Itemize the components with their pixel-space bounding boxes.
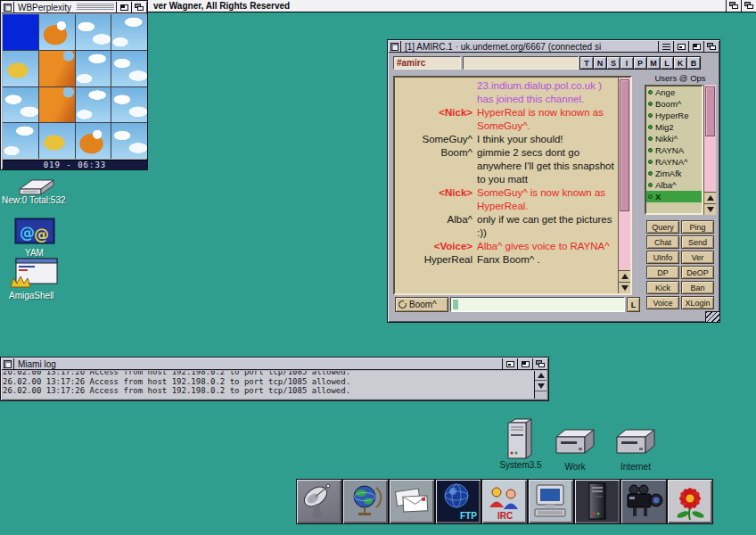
window-depth-gadget[interactable] <box>532 358 547 369</box>
uinfo-button[interactable]: UInfo <box>646 251 679 264</box>
dock-item-mail[interactable] <box>389 479 435 524</box>
chat-scrollbar[interactable] <box>618 78 630 293</box>
dock-item-satellite[interactable] <box>296 479 342 524</box>
window-snapshot-gadget[interactable] <box>658 41 673 52</box>
yam-icon[interactable]: @ @ <box>14 216 55 250</box>
scroll-up-button[interactable] <box>704 192 716 203</box>
scroll-down-button[interactable] <box>535 382 546 391</box>
dock-item-tower[interactable] <box>574 479 620 524</box>
window-resize-gadget[interactable] <box>705 311 719 322</box>
dock-item-flower[interactable] <box>667 479 713 524</box>
puzzle-tile[interactable] <box>76 51 111 86</box>
puzzle-tile[interactable] <box>111 123 147 159</box>
ping-button[interactable]: Ping <box>681 220 714 234</box>
window-depth-gadget[interactable] <box>131 2 146 12</box>
mode-button-i[interactable]: I <box>620 56 634 70</box>
kick-button[interactable]: Kick <box>646 281 679 294</box>
chat-button[interactable]: Chat <box>646 235 679 249</box>
window-zoom-gadget[interactable] <box>116 2 131 12</box>
icon-system35[interactable] <box>505 417 537 464</box>
mode-button-n[interactable]: N <box>593 56 607 70</box>
dock-item-irc[interactable]: IRC <box>481 479 528 524</box>
user-list-item[interactable]: HyperRe <box>646 110 702 121</box>
ban-button[interactable]: Ban <box>681 281 714 294</box>
mode-button-k[interactable]: K <box>673 56 687 70</box>
user-list-item[interactable]: RAYNA^ <box>646 156 702 168</box>
dock-item-ftp[interactable]: FTP <box>435 479 481 524</box>
titlebar-drag-area[interactable] <box>77 4 114 11</box>
puzzle-tile[interactable] <box>111 14 147 50</box>
scroll-down-button[interactable] <box>704 203 716 215</box>
puzzle-tile[interactable] <box>39 14 75 50</box>
scroll-down-button[interactable] <box>619 282 630 293</box>
puzzle-tile[interactable] <box>111 51 147 86</box>
nick-cycle-button[interactable]: Boom^ <box>395 297 448 312</box>
window-iconify-gadget[interactable] <box>673 41 688 52</box>
titlebar-drag-area[interactable] <box>604 41 658 52</box>
chat-message-text: I think your should! <box>477 133 618 146</box>
scroll-up-button[interactable] <box>535 371 546 381</box>
puzzle-tile[interactable] <box>111 87 147 123</box>
scroll-thumb[interactable] <box>620 79 629 211</box>
icon-internet-disk[interactable] <box>613 426 658 462</box>
window-zoom-gadget[interactable] <box>688 41 703 52</box>
window-depth-gadget[interactable] <box>703 41 719 52</box>
query-button[interactable]: Query <box>646 220 679 234</box>
mode-button-p[interactable]: P <box>633 56 647 70</box>
deop-button[interactable]: DeOP <box>681 266 714 279</box>
puzzle-tile[interactable] <box>39 51 75 86</box>
window-iconify-gadget[interactable] <box>502 358 517 369</box>
puzzle-tile[interactable] <box>76 123 111 159</box>
l-button[interactable]: L <box>627 297 640 312</box>
dock-item-computer[interactable] <box>528 479 574 524</box>
puzzle-tile[interactable] <box>76 87 111 123</box>
user-list-item[interactable]: Nikki^ <box>646 133 702 144</box>
amigashell-icon[interactable] <box>9 257 59 294</box>
op-button[interactable]: DP <box>646 266 679 279</box>
puzzle-tile[interactable] <box>3 51 38 86</box>
miami-titlebar[interactable]: Miami log <box>2 358 547 370</box>
scroll-up-button[interactable] <box>619 270 630 282</box>
puzzle-tile[interactable] <box>3 123 38 159</box>
puzzle-tile[interactable] <box>3 14 38 50</box>
ver-button[interactable]: Ver <box>681 251 714 264</box>
dock-item-video[interactable] <box>620 479 667 524</box>
topic-input[interactable] <box>463 56 579 70</box>
puzzle-tile[interactable] <box>39 87 75 123</box>
puzzle-tile[interactable] <box>3 87 38 123</box>
puzzle-tile[interactable] <box>76 14 111 50</box>
user-list-item[interactable]: Alba^ <box>646 179 702 191</box>
scroll-thumb[interactable] <box>705 86 715 136</box>
user-list-item[interactable]: Mig2 <box>646 121 702 133</box>
mode-button-m[interactable]: M <box>646 56 661 70</box>
message-input[interactable] <box>450 297 625 312</box>
window-zoom-gadget[interactable] <box>517 358 532 369</box>
window-close-gadget[interactable] <box>2 2 14 12</box>
screen-depth-gadget[interactable] <box>741 0 756 12</box>
mode-button-s[interactable]: S <box>606 56 620 70</box>
user-list-item[interactable]: Boom^ <box>646 98 702 110</box>
user-list-item[interactable]: Ange <box>646 86 702 98</box>
titlebar-drag-area[interactable] <box>60 358 502 369</box>
window-close-gadget[interactable] <box>389 41 401 52</box>
channel-input[interactable]: #amirc <box>393 56 461 70</box>
icon-work-disk[interactable] <box>553 426 597 462</box>
screen-iconify-gadget[interactable] <box>726 0 741 12</box>
send-button[interactable]: Send <box>681 235 714 249</box>
voice-button[interactable]: Voice <box>646 296 679 309</box>
amirc-titlebar[interactable]: [1] AMIRC.1 · uk.undernet.org/6667 (conn… <box>389 41 719 53</box>
user-list-item-selected[interactable]: X <box>646 191 702 202</box>
user-list-item[interactable]: ZimAfk <box>646 168 702 179</box>
window-close-gadget[interactable] <box>2 358 14 369</box>
op-dot-icon <box>648 113 653 118</box>
user-list-scrollbar[interactable] <box>703 85 716 215</box>
mode-button-l[interactable]: L <box>660 56 674 70</box>
puzzle-titlebar[interactable]: WBPerplexity <box>2 2 146 13</box>
log-scrollbar[interactable] <box>534 371 546 399</box>
dock-item-globe[interactable] <box>342 479 389 524</box>
mode-button-t[interactable]: T <box>579 56 594 70</box>
puzzle-tile[interactable] <box>39 123 75 159</box>
user-list-item[interactable]: RAYNA <box>646 144 702 156</box>
xlogin-button[interactable]: XLogin <box>681 296 714 309</box>
mode-button-b[interactable]: B <box>686 56 701 70</box>
